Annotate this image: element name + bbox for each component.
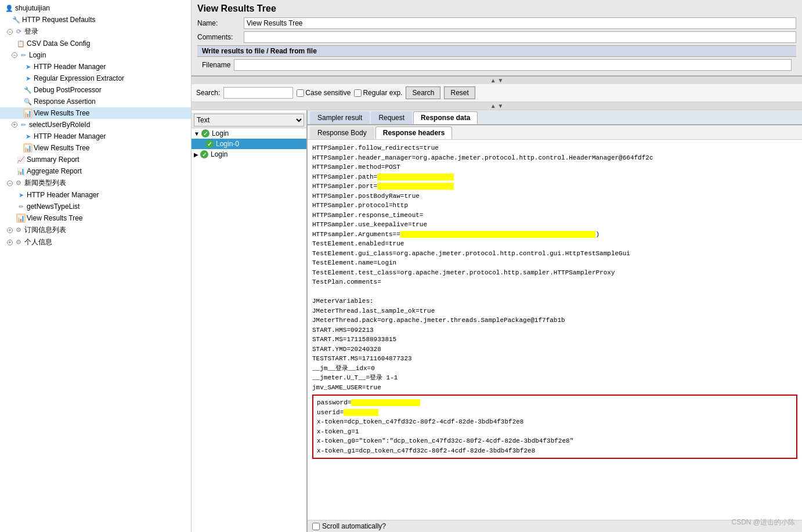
response-line-18: JMeterThread.pack=org.apache.jmeter.thre…: [312, 316, 797, 325]
search-button[interactable]: Search: [406, 86, 440, 99]
response-line-22: TESTSTART.MS=1711604877323: [312, 354, 797, 364]
tab-sampler-result[interactable]: Sampler result: [310, 111, 370, 124]
scroll-auto-checkbox[interactable]: [312, 523, 320, 530]
sidebar-item-aggregate-report[interactable]: 📊 Aggregate Report: [0, 165, 191, 177]
comments-input[interactable]: [244, 31, 796, 43]
name-input[interactable]: [244, 17, 796, 29]
search-input[interactable]: [223, 87, 293, 99]
expand-icon-news[interactable]: −: [7, 180, 13, 186]
sidebar-label-regex: Regular Expression Extractor: [34, 74, 124, 82]
subtab-response-headers[interactable]: Response headers: [375, 126, 453, 139]
write-results-bar: Write results to file / Read from file: [197, 45, 796, 57]
sidebar-item-http-header-mgr[interactable]: ➤ HTTP Header Manager: [0, 61, 191, 73]
sidebar-label-personal-info: 个人信息: [24, 237, 52, 247]
wrench-icon-2: 🔧: [23, 85, 32, 95]
sidebar-item-http-request-defaults[interactable]: 🔧 HTTP Request Defaults: [0, 14, 191, 26]
divider-arrow-2[interactable]: ▲ ▼: [192, 102, 802, 110]
result-item-login-1[interactable]: ▼ ✓ Login: [192, 128, 306, 139]
text-dropdown[interactable]: Text: [194, 114, 304, 126]
result-item-login-2[interactable]: ▶ ✓ Login: [192, 149, 306, 160]
vrt-icon-3: 📊: [16, 213, 26, 223]
sidebar-item-order-list[interactable]: + ⚙ 订阅信息列表: [0, 224, 191, 236]
expand-icon-order[interactable]: +: [7, 227, 13, 233]
sidebar-label-select-user: selectUserByRoleId: [29, 121, 90, 129]
sidebar-item-login-node[interactable]: − ✏ Login: [0, 49, 191, 61]
page-title: View Results Tree: [197, 3, 796, 14]
response-line-2: HTTPSampler.header_manager=org.apache.jm…: [312, 153, 797, 163]
sidebar-item-vrt-1[interactable]: 📊 View Results Tree: [0, 107, 191, 119]
status-green-2: ✓: [205, 140, 214, 148]
sensitive-data-box: password= userid= x-token=dcp_token_c47f…: [312, 395, 797, 459]
sidebar-item-http-header-mgr-3[interactable]: ➤ HTTP Header Manager: [0, 189, 191, 201]
sidebar-label-summary-report: Summary Report: [27, 155, 80, 164]
response-line-19: START.HMS=092213: [312, 325, 797, 335]
response-line-20: START.MS=1711588933815: [312, 335, 797, 345]
sidebar-label-aggregate-report: Aggregate Report: [27, 167, 82, 175]
tab-response-data[interactable]: Response data: [413, 111, 478, 124]
search-label: Search:: [196, 89, 220, 97]
args-value: [400, 231, 596, 238]
expand-triangle-2[interactable]: ▶: [194, 151, 198, 158]
result-item-login-0[interactable]: ✓ Login-0: [192, 139, 306, 149]
sidebar-label-http-header-mgr-3: HTTP Header Manager: [27, 191, 99, 199]
regular-exp-checkbox[interactable]: [354, 89, 362, 97]
sidebar-item-csv[interactable]: 📋 CSV Data Se Config: [0, 38, 191, 49]
result-label-login-1: Login: [212, 129, 229, 137]
sidebar-label-csv: CSV Data Se Config: [27, 39, 90, 48]
sidebar-item-regex[interactable]: ➤ Regular Expression Extractor: [0, 73, 191, 84]
subtab-bar: Response Body Response headers: [308, 125, 802, 140]
sidebar: 👤 shujutuijian 🔧 HTTP Request Defaults −…: [0, 0, 192, 532]
sidebar-item-root[interactable]: 👤 shujutuijian: [0, 2, 191, 14]
gear-icon-2: ⚙: [14, 226, 23, 235]
summary-icon: 📈: [16, 155, 26, 164]
results-tree-panel: Text ▼ ✓ Login ✓ Login-0 ▶ ✓ Login: [192, 110, 308, 532]
filename-row: Filename: [197, 57, 796, 73]
feather-icon: ✏: [19, 50, 28, 60]
csv-icon: 📋: [16, 39, 26, 48]
sidebar-label-login-node: Login: [29, 51, 46, 59]
port-value: [377, 183, 454, 190]
response-line-7: HTTPSampler.protocol=http: [312, 201, 797, 211]
expand-icon-select-user[interactable]: +: [12, 122, 17, 128]
arrow-blue-icon-4: ➤: [16, 190, 26, 200]
sidebar-item-personal-info[interactable]: + ⚙ 个人信息: [0, 236, 191, 248]
sidebar-item-vrt-3[interactable]: 📊 View Results Tree: [0, 212, 191, 224]
divider-arrow-1[interactable]: ▲ ▼: [192, 77, 802, 84]
sensitive-line-3: x-token=dcp_token_c47fd32c-80f2-4cdf-82d…: [317, 417, 793, 427]
content-area: Text ▼ ✓ Login ✓ Login-0 ▶ ✓ Login: [192, 110, 802, 532]
sidebar-item-summary-report[interactable]: 📈 Summary Report: [0, 154, 191, 165]
regular-exp-label[interactable]: Regular exp.: [354, 89, 402, 97]
expand-icon-denglu[interactable]: −: [7, 29, 13, 35]
gear-icon-1: ⚙: [14, 179, 23, 188]
sidebar-item-assert[interactable]: 🔍 Response Assertion: [0, 96, 191, 107]
sidebar-label-debug: Debug PostProcessor: [34, 86, 102, 94]
expand-icon-login[interactable]: −: [12, 52, 17, 58]
filename-input[interactable]: [234, 59, 792, 71]
vrt-icon-1: 📊: [23, 108, 32, 118]
response-line-23: __jm__登录__idx=0: [312, 364, 797, 374]
subtab-response-body[interactable]: Response Body: [310, 126, 374, 139]
sidebar-item-debug[interactable]: 🔧 Debug PostProcessor: [0, 84, 191, 96]
sidebar-item-news-list[interactable]: − ⚙ 新闻类型列表: [0, 177, 191, 189]
filename-label: Filename: [202, 61, 230, 69]
sidebar-item-denglu[interactable]: − ⟳ 登录: [0, 26, 191, 38]
sidebar-item-getnews[interactable]: ✏ getNewsTypeList: [0, 201, 191, 212]
sidebar-item-http-header-mgr-2[interactable]: ➤ HTTP Header Manager: [0, 131, 191, 142]
tab-request[interactable]: Request: [371, 111, 412, 124]
expand-icon-personal[interactable]: +: [7, 240, 13, 245]
sensitive-line-2: userid=: [317, 408, 793, 418]
wrench-icon: 🔧: [12, 15, 21, 24]
response-content-pane[interactable]: HTTPSampler.follow_redirects=true HTTPSa…: [308, 140, 802, 520]
response-line-24: __jmeter.U_T__=登录 1-1: [312, 373, 797, 383]
sidebar-item-vrt-2[interactable]: 📊 View Results Tree: [0, 142, 191, 154]
expand-triangle-1[interactable]: ▼: [194, 131, 200, 137]
case-sensitive-label[interactable]: Case sensitive: [297, 89, 351, 97]
reset-button[interactable]: Reset: [444, 86, 475, 99]
right-panel: Sampler result Request Response data Res…: [308, 110, 802, 532]
gear-icon-3: ⚙: [14, 238, 23, 247]
response-line-12: TestElement.gui_class=org.apache.jmeter.…: [312, 249, 797, 259]
case-sensitive-checkbox[interactable]: [297, 89, 304, 97]
sensitive-line-5: x-token_g0="token":"dcp_token_c47fd32c-8…: [317, 436, 793, 446]
response-spacer-1: [312, 287, 797, 297]
sidebar-item-select-user[interactable]: + ✏ selectUserByRoleId: [0, 119, 191, 131]
